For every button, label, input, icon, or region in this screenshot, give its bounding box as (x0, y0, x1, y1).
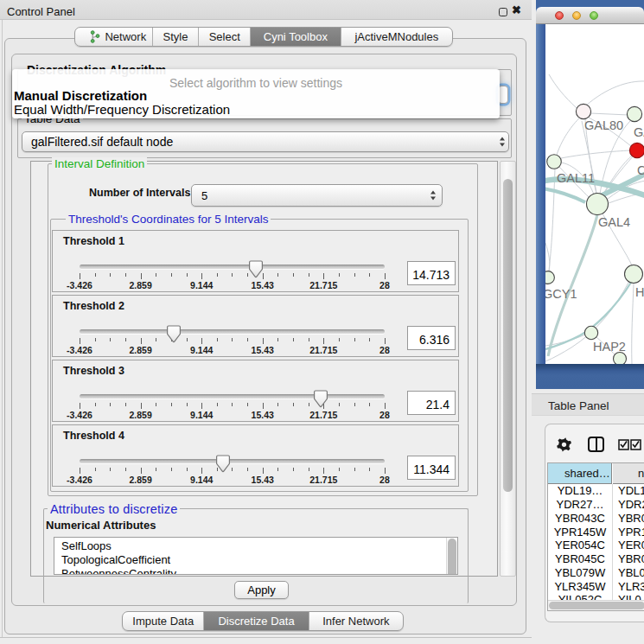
svg-text:GAL80: GAL80 (584, 118, 623, 132)
svg-text:GAL11: GAL11 (557, 171, 595, 185)
svg-text:HI: HI (635, 285, 644, 299)
svg-text:HAP2: HAP2 (593, 340, 626, 354)
svg-text:C: C (637, 163, 644, 177)
svg-text:GCY1: GCY1 (545, 287, 577, 301)
svg-text:GA: GA (634, 125, 644, 139)
svg-text:GAL4: GAL4 (598, 215, 630, 229)
